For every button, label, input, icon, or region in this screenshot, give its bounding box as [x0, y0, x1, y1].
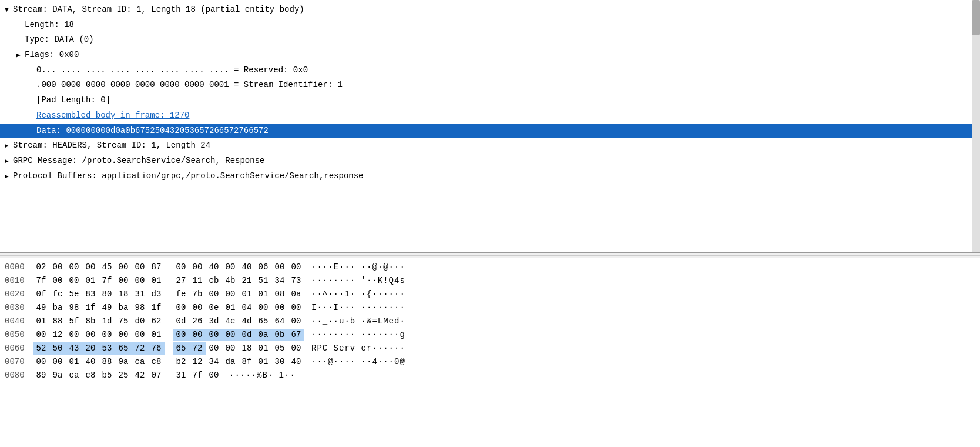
hex-byte[interactable]: 49 — [33, 302, 49, 314]
hex-byte[interactable]: 00 — [132, 275, 148, 287]
hex-byte[interactable]: 00 — [206, 342, 222, 355]
hex-byte[interactable]: 00 — [49, 356, 66, 368]
hex-byte[interactable]: 25 — [115, 369, 132, 382]
hex-byte[interactable]: 11 — [189, 275, 206, 287]
hex-byte[interactable]: 00 — [288, 302, 304, 314]
pad-length[interactable]: [Pad Length: 0] — [0, 93, 980, 108]
hex-byte[interactable]: 64 — [271, 315, 288, 328]
hex-byte[interactable]: 0f — [33, 288, 49, 301]
hex-byte[interactable]: 01 — [148, 275, 165, 287]
hex-byte[interactable]: 00 — [189, 261, 206, 273]
hex-byte[interactable]: 31 — [132, 288, 148, 301]
hex-byte[interactable]: 00 — [222, 261, 239, 273]
hex-byte[interactable]: 01 — [82, 275, 99, 287]
hex-byte[interactable]: 98 — [132, 302, 148, 314]
hex-byte[interactable]: 00 — [288, 342, 304, 355]
hex-byte[interactable]: 5f — [66, 315, 82, 328]
hex-byte[interactable]: cb — [206, 275, 222, 287]
hex-byte[interactable]: d0 — [132, 315, 148, 328]
hex-byte[interactable]: 01 — [148, 329, 165, 341]
hex-byte[interactable]: 88 — [49, 315, 66, 328]
hex-byte[interactable]: 02 — [33, 261, 49, 273]
hex-byte[interactable]: 1f — [82, 302, 99, 314]
hex-byte[interactable]: 27 — [173, 275, 189, 287]
hex-byte[interactable]: da — [222, 356, 239, 368]
hex-byte[interactable]: 00 — [66, 329, 82, 341]
hex-byte[interactable]: 45 — [99, 261, 115, 273]
hex-byte[interactable]: 21 — [239, 275, 255, 287]
hex-byte[interactable]: 08 — [271, 288, 288, 301]
hex-byte[interactable]: 06 — [255, 261, 271, 273]
hex-byte[interactable]: 00 — [132, 329, 148, 341]
hex-byte[interactable]: 4d — [239, 315, 255, 328]
hex-byte[interactable]: 00 — [222, 329, 239, 341]
hex-byte[interactable]: 1f — [148, 302, 165, 314]
hex-byte[interactable]: 12 — [49, 329, 66, 341]
hex-byte[interactable]: 76 — [148, 342, 165, 355]
hex-byte[interactable]: fe — [173, 288, 189, 301]
hex-byte[interactable]: 30 — [271, 356, 288, 368]
hex-byte[interactable]: 75 — [115, 315, 132, 328]
hex-byte[interactable]: 65 — [115, 342, 132, 355]
hex-byte[interactable]: ca — [132, 356, 148, 368]
hex-byte[interactable]: 00 — [115, 329, 132, 341]
hex-byte[interactable]: 89 — [33, 369, 49, 382]
hex-byte[interactable]: 51 — [255, 275, 271, 287]
hex-byte[interactable]: 62 — [148, 315, 165, 328]
grpc-message[interactable]: GRPC Message: /proto.SearchService/Searc… — [0, 154, 980, 169]
hex-byte[interactable]: 00 — [271, 261, 288, 273]
hex-byte[interactable]: 00 — [132, 261, 148, 273]
hex-byte[interactable]: 0a — [288, 288, 304, 301]
hex-byte[interactable]: 65 — [255, 315, 271, 328]
hex-byte[interactable]: 34 — [271, 275, 288, 287]
hex-byte[interactable]: 7f — [189, 369, 206, 382]
hex-byte[interactable]: 34 — [206, 356, 222, 368]
hex-byte[interactable]: ba — [49, 302, 66, 314]
hex-byte[interactable]: ba — [115, 302, 132, 314]
hex-byte[interactable]: 00 — [271, 302, 288, 314]
hex-byte[interactable]: 43 — [66, 342, 82, 355]
hex-byte[interactable]: 01 — [222, 302, 239, 314]
scrollbar[interactable] — [972, 0, 980, 252]
hex-byte[interactable]: 05 — [271, 342, 288, 355]
hex-byte[interactable]: 18 — [115, 288, 132, 301]
flags-field[interactable]: Flags: 0x00 — [0, 48, 980, 63]
hex-byte[interactable]: 01 — [255, 356, 271, 368]
hex-byte[interactable]: 00 — [222, 342, 239, 355]
hex-byte[interactable]: 3d — [206, 315, 222, 328]
hex-byte[interactable]: 26 — [189, 315, 206, 328]
hex-byte[interactable]: 31 — [173, 369, 189, 382]
hex-byte[interactable]: 42 — [132, 369, 148, 382]
expand-arrow[interactable] — [5, 5, 13, 15]
type-field[interactable]: Type: DATA (0) — [0, 32, 980, 48]
hex-byte[interactable]: 01 — [255, 288, 271, 301]
scrollbar-thumb[interactable] — [972, 0, 980, 35]
hex-byte[interactable]: 40 — [239, 261, 255, 273]
hex-byte[interactable]: 00 — [115, 275, 132, 287]
stream-headers[interactable]: Stream: HEADERS, Stream ID: 1, Length 24 — [0, 138, 980, 154]
hex-byte[interactable]: 72 — [189, 342, 206, 355]
hex-byte[interactable]: 01 — [66, 356, 82, 368]
hex-byte[interactable]: 00 — [288, 315, 304, 328]
hex-byte[interactable]: 01 — [239, 288, 255, 301]
hex-byte[interactable]: 00 — [66, 261, 82, 273]
hex-byte[interactable]: 00 — [82, 329, 99, 341]
hex-byte[interactable]: 07 — [148, 369, 165, 382]
hex-byte[interactable]: 04 — [239, 302, 255, 314]
hex-byte[interactable]: 00 — [66, 275, 82, 287]
stream-data-header[interactable]: Stream: DATA, Stream ID: 1, Length 18 (p… — [0, 2, 980, 18]
hex-byte[interactable]: 65 — [173, 342, 189, 355]
hex-byte[interactable]: 49 — [99, 302, 115, 314]
hex-byte[interactable]: 83 — [82, 288, 99, 301]
hex-byte[interactable]: 00 — [33, 356, 49, 368]
hex-byte[interactable]: 00 — [206, 288, 222, 301]
hex-byte[interactable]: 00 — [189, 302, 206, 314]
hex-byte[interactable]: 0e — [206, 302, 222, 314]
hex-byte[interactable]: 01 — [255, 342, 271, 355]
hex-byte[interactable]: c8 — [148, 356, 165, 368]
hex-byte[interactable]: 01 — [33, 315, 49, 328]
hex-byte[interactable]: 0b — [271, 329, 288, 341]
expand-arrow[interactable] — [5, 172, 13, 182]
hex-byte[interactable]: 4c — [222, 315, 239, 328]
hex-byte[interactable]: 4b — [222, 275, 239, 287]
